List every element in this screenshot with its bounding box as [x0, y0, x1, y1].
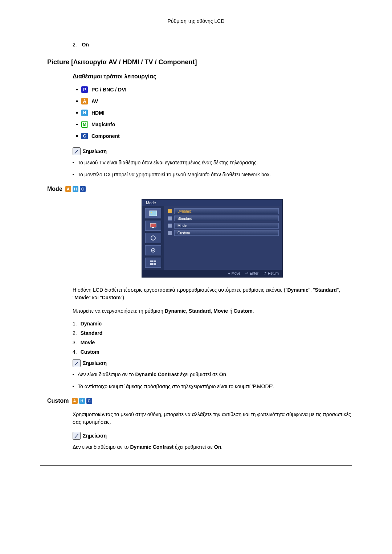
osd-option-label: Movie [174, 223, 279, 229]
c-icon: C [80, 186, 86, 192]
svg-rect-0 [150, 211, 157, 216]
heading-available-modes: Διαθέσιμοι τρόποι λειτουργίας [73, 73, 156, 80]
svg-rect-3 [152, 227, 154, 228]
mode-label: MagicInfo [91, 122, 115, 127]
c-icon: C [81, 133, 88, 139]
a-icon: A [65, 186, 71, 192]
enum-label: Movie [81, 340, 95, 345]
checkbox-icon [168, 223, 172, 228]
osd-sidebar [142, 206, 164, 270]
osd-footer-enter: Enter [250, 271, 258, 275]
note-text: Δεν είναι διαθέσιμο αν το Dynamic Contra… [78, 371, 228, 378]
checkbox-icon [168, 216, 172, 221]
bullet-dot [76, 124, 78, 125]
osd-footer: ♦Move ⏎Enter ↺Return [142, 270, 282, 277]
note3-text: Δεν είναι διαθέσιμο αν το Dynamic Contra… [73, 443, 352, 451]
osd-option-label: Dynamic [174, 208, 279, 214]
osd-footer-move: Move [232, 271, 240, 275]
bottom-divider [40, 465, 352, 466]
osd-side-display-icon [145, 221, 161, 231]
osd-option-label: Standard [174, 216, 279, 221]
m-icon: M [81, 121, 88, 128]
checkbox-icon [168, 231, 172, 235]
osd-option-custom: Custom [168, 230, 279, 236]
mode-item-component: C Component [76, 133, 352, 139]
note-icon [73, 359, 81, 367]
enum-label: Custom [81, 349, 99, 355]
osd-side-setup-icon [145, 245, 161, 255]
bullet-dot [73, 162, 74, 163]
note1-bullet2: Το μοντέλο DX μπορεί να χρησιμοποιεί το … [73, 171, 352, 178]
bullet-dot [73, 386, 74, 387]
mode-label: HDMI [91, 110, 105, 116]
enum-item-on: 2. On [47, 42, 352, 48]
mode-description-1: Η οθόνη LCD διαθέτει τέσσερις εργοστασια… [73, 286, 352, 301]
note1-bullet1: Το μενού TV είναι διαθέσιμο όταν είναι ε… [73, 159, 352, 167]
osd-option-standard: Standard [168, 216, 279, 221]
bullet-dot [73, 174, 74, 175]
heading-picture: Picture [Λειτουργία AV / HDMI / TV / Com… [47, 58, 352, 66]
mode-enum-1: 1.Dynamic [73, 321, 352, 327]
mode-badges: A H C [65, 186, 86, 192]
mode-label: PC / BNC / DVI [91, 87, 126, 93]
note-heading: Σημείωση [83, 360, 107, 366]
note2-bullet2: Το αντίστοιχο κουμπί άμεσης πρόσβασης στ… [73, 383, 352, 390]
bullet-dot [76, 100, 78, 102]
svg-rect-2 [150, 223, 156, 227]
p-icon: P [81, 86, 88, 93]
return-icon: ↺ [264, 271, 266, 275]
note-text: Το μοντέλο DX μπορεί να χρησιμοποιεί το … [78, 171, 271, 178]
c-icon: C [86, 398, 92, 404]
osd-side-sound-icon [145, 233, 161, 243]
enum-label: Standard [81, 330, 103, 336]
osd-footer-return: Return [268, 271, 279, 275]
enum-label: Dynamic [81, 321, 102, 327]
osd-side-multi-icon [145, 258, 161, 268]
bullet-dot [76, 112, 78, 114]
custom-badges: A H C [72, 398, 92, 404]
osd-menu-screenshot: Mode Dynamic Standard Movie Custom [142, 199, 283, 278]
svg-point-4 [151, 236, 155, 240]
checkbox-icon [168, 209, 172, 213]
a-icon: A [81, 98, 88, 104]
osd-option-dynamic: Dynamic [168, 208, 279, 214]
enum-number: 2. [73, 42, 77, 48]
mode-label: Component [91, 133, 120, 139]
svg-rect-9 [150, 263, 153, 265]
move-icon: ♦ [228, 271, 230, 275]
custom-description: Χρησιμοποιώντας τα μενού στην οθόνη, μπο… [73, 411, 352, 426]
note-heading: Σημείωση [83, 433, 107, 439]
h-icon: H [81, 110, 88, 116]
bullet-dot [73, 374, 74, 375]
osd-option-list: Dynamic Standard Movie Custom [164, 206, 282, 270]
mode-label: AV [91, 98, 98, 104]
mode-enum-4: 4.Custom [73, 349, 352, 355]
mode-description-2: Μπορείτε να ενεργοποιήσετε τη ρύθμιση Dy… [73, 307, 352, 315]
svg-point-1 [151, 212, 152, 213]
heading-custom: Custom [47, 398, 69, 404]
mode-item-magicinfo: M MagicInfo [76, 121, 352, 128]
bullet-dot [76, 135, 78, 137]
enter-icon: ⏎ [245, 271, 248, 275]
osd-option-label: Custom [174, 230, 279, 236]
note-icon [73, 432, 81, 440]
page-header: Ρύθμιση της οθόνης LCD [40, 18, 352, 27]
h-icon: H [79, 398, 85, 404]
mode-item-hdmi: H HDMI [76, 110, 352, 116]
mode-enum-2: 2.Standard [73, 330, 352, 336]
svg-rect-10 [154, 263, 156, 265]
mode-item-av: A AV [76, 98, 352, 104]
enum-label: On [82, 42, 89, 48]
note2-bullet1: Δεν είναι διαθέσιμο αν το Dynamic Contra… [73, 371, 352, 378]
note-text: Το αντίστοιχο κουμπί άμεσης πρόσβασης στ… [78, 383, 274, 390]
mode-enum-3: 3.Movie [73, 340, 352, 345]
heading-mode: Mode [47, 186, 62, 192]
osd-title: Mode [142, 200, 282, 206]
svg-rect-7 [150, 260, 153, 262]
osd-option-movie: Movie [168, 223, 279, 229]
note-heading: Σημείωση [83, 148, 107, 154]
svg-point-6 [152, 250, 154, 251]
svg-rect-8 [154, 260, 156, 262]
osd-side-picture-icon [145, 208, 161, 218]
h-icon: H [73, 186, 78, 192]
